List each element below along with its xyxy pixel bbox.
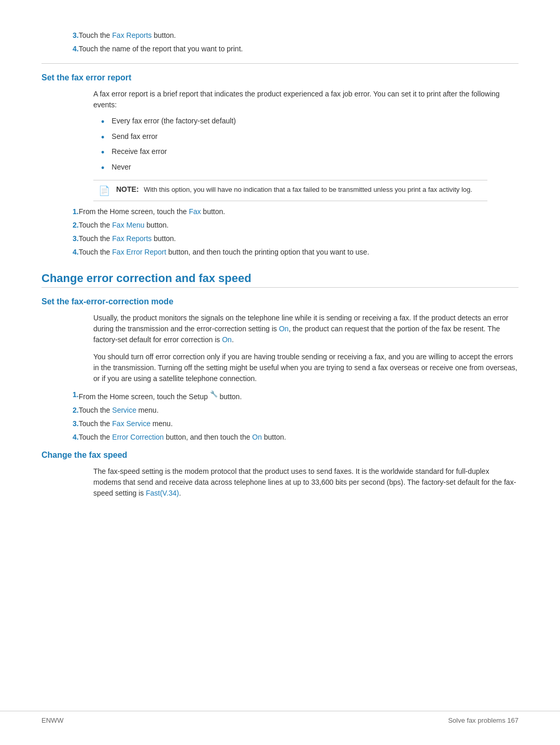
fax-error-report-link[interactable]: Fax Error Report <box>112 248 166 256</box>
step-content: Touch the Error Correction button, and t… <box>79 433 519 441</box>
section1-step-1: 1. From the Home screen, touch the Fax b… <box>41 207 519 216</box>
bullet-text: Receive fax error <box>111 147 167 156</box>
subsection1-step-4: 4. Touch the Error Correction button, an… <box>41 433 519 441</box>
section-divider <box>41 63 519 64</box>
step-number: 4. <box>41 433 79 441</box>
bullet-dot: • <box>101 147 104 159</box>
bullet-item-3: • Receive fax error <box>101 147 519 159</box>
footer-right: Solve fax problems 167 <box>448 716 519 724</box>
bullet-list: • Every fax error (the factory-set defau… <box>41 117 519 174</box>
step-content: Touch the Fax Service menu. <box>79 419 519 428</box>
setup-icon: 🔧 <box>210 390 218 398</box>
subsection1-step-2: 2. Touch the Service menu. <box>41 406 519 414</box>
section1-body: A fax error report is a brief report tha… <box>41 89 519 110</box>
service-link[interactable]: Service <box>112 406 136 414</box>
step-content: Touch the Service menu. <box>79 406 519 414</box>
step-number: 4. <box>41 248 79 256</box>
page: 3. Touch the Fax Reports button. 4. Touc… <box>0 0 560 745</box>
step-number: 2. <box>41 406 79 414</box>
note-icon: 📄 <box>99 185 111 196</box>
bullet-dot: • <box>101 163 104 174</box>
subsection2-body: The fax-speed setting is the modem proto… <box>41 466 519 499</box>
step-content: Touch the Fax Reports button. <box>79 234 519 243</box>
section1-heading: Set the fax error report <box>41 73 519 82</box>
bullet-item-1: • Every fax error (the factory-set defau… <box>101 117 519 128</box>
step-content: Touch the Fax Menu button. <box>79 221 519 229</box>
bullet-text: Every fax error (the factory-set default… <box>111 117 236 125</box>
on-link-2[interactable]: On <box>222 335 232 344</box>
section2-heading: Change error correction and fax speed <box>41 272 519 288</box>
bullet-item-2: • Send fax error <box>101 132 519 144</box>
subsection1-step-1: 1. From the Home screen, touch the Setup… <box>41 390 519 401</box>
note-text: NOTE: With this option, you will have no… <box>116 185 472 195</box>
bullet-dot: • <box>101 132 104 144</box>
subsection1-body2: You should turn off error correction onl… <box>41 352 519 384</box>
fax-link[interactable]: Fax <box>189 207 201 216</box>
section1-step-3: 3. Touch the Fax Reports button. <box>41 234 519 243</box>
error-correction-link[interactable]: Error Correction <box>112 433 164 441</box>
step-content: Touch the name of the report that you wa… <box>79 45 519 53</box>
step-number: 1. <box>41 390 79 399</box>
page-footer: ENWW Solve fax problems 167 <box>0 711 560 724</box>
fast-v34-link[interactable]: Fast(V.34) <box>146 489 179 497</box>
note-label: NOTE: <box>116 185 139 193</box>
intro-step-4: 4. Touch the name of the report that you… <box>41 45 519 53</box>
step-number: 1. <box>41 207 79 216</box>
subsection2-heading: Change the fax speed <box>41 451 519 460</box>
bullet-text: Never <box>111 163 131 171</box>
step-content: From the Home screen, touch the Fax butt… <box>79 207 519 216</box>
step-number: 2. <box>41 221 79 229</box>
bullet-text: Send fax error <box>111 132 158 140</box>
on-link-3[interactable]: On <box>252 433 262 441</box>
bullet-item-4: • Never <box>101 163 519 174</box>
section1-step-4: 4. Touch the Fax Error Report button, an… <box>41 248 519 256</box>
fax-menu-link[interactable]: Fax Menu <box>112 221 144 229</box>
footer-left: ENWW <box>41 716 64 724</box>
step-number: 3. <box>41 31 79 39</box>
subsection1-body1: Usually, the product monitors the signal… <box>41 313 519 345</box>
step-content: Touch the Fax Error Report button, and t… <box>79 248 519 256</box>
bullet-dot: • <box>101 117 104 128</box>
fax-reports-link-2[interactable]: Fax Reports <box>112 234 151 243</box>
note-box: 📄 NOTE: With this option, you will have … <box>93 180 487 201</box>
step-number: 3. <box>41 234 79 243</box>
fax-service-link[interactable]: Fax Service <box>112 419 150 428</box>
step-content: Touch the Fax Reports button. <box>79 31 519 39</box>
fax-reports-link-1[interactable]: Fax Reports <box>112 31 151 39</box>
intro-step-3: 3. Touch the Fax Reports button. <box>41 31 519 39</box>
subsection1-step-3: 3. Touch the Fax Service menu. <box>41 419 519 428</box>
step-number: 4. <box>41 45 79 53</box>
subsection1-heading: Set the fax-error-correction mode <box>41 297 519 306</box>
step-number: 3. <box>41 419 79 428</box>
step-content: From the Home screen, touch the Setup 🔧 … <box>79 390 519 401</box>
section1-step-2: 2. Touch the Fax Menu button. <box>41 221 519 229</box>
on-link-1[interactable]: On <box>279 325 289 333</box>
